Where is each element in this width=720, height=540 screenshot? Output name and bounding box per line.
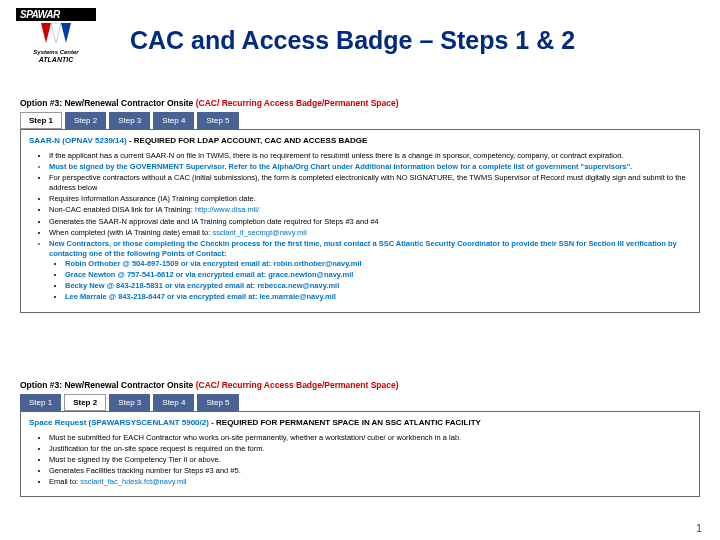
- page-title: CAC and Access Badge – Steps 1 & 2: [130, 26, 575, 55]
- svg-marker-2: [61, 23, 71, 43]
- page-number: 1: [696, 522, 702, 534]
- tab-step5[interactable]: Step 5: [197, 112, 238, 129]
- tab-step2[interactable]: Step 2: [65, 112, 106, 129]
- option-line-1: Option #3: New/Renewal Contractor Onsite…: [20, 98, 700, 108]
- list-item: Must be submitted for EACH Contractor wh…: [49, 433, 691, 443]
- section-step1: Option #3: New/Renewal Contractor Onsite…: [20, 98, 700, 313]
- tab-step4[interactable]: Step 4: [153, 394, 194, 411]
- tabs-2: Step 1 Step 2 Step 3 Step 4 Step 5: [20, 394, 700, 411]
- tab-step3[interactable]: Step 3: [109, 112, 150, 129]
- email-fac-hdesk[interactable]: ssclant_fac_hdesk.fct@navy.mil: [80, 477, 186, 486]
- list-item: Generates the SAAR-N approval date and I…: [49, 217, 691, 227]
- tab-step1[interactable]: Step 1: [20, 394, 61, 411]
- list-item: Non-CAC enabled DISA link for IA Trainin…: [49, 205, 691, 215]
- email-orthober[interactable]: robin.orthober@navy.mil: [273, 259, 361, 268]
- option-line-2: Option #3: New/Renewal Contractor Onsite…: [20, 380, 700, 390]
- list-item: If the applicant has a current SAAR-N on…: [49, 151, 691, 161]
- tab-step4[interactable]: Step 4: [153, 112, 194, 129]
- email-secmgt[interactable]: ssclant_it_secmgt@navy.mil: [212, 228, 306, 237]
- email-new[interactable]: rebecca.new@navy.mil: [257, 281, 339, 290]
- list-item: Justification for the on-site space requ…: [49, 444, 691, 454]
- email-newton[interactable]: grace.newton@navy.mil: [268, 270, 353, 279]
- content-box-2: Space Request (SPAWARSYSCENLANT 5900/2) …: [20, 411, 700, 497]
- list-item: Must be signed by the GOVERNMENT Supervi…: [49, 162, 691, 172]
- tab-step2[interactable]: Step 2: [64, 394, 106, 411]
- logo: SPAWAR Systems Center ATLANTIC: [16, 8, 96, 63]
- logo-text: Systems Center ATLANTIC: [16, 49, 96, 63]
- contact-item: Robin Orthober @ 504-697-1509 or via enc…: [65, 259, 691, 269]
- content-box-1: SAAR-N (OPNAV 5239/14) - REQUIRED FOR LD…: [20, 129, 700, 313]
- disa-link[interactable]: http://www.disa.mil/: [195, 205, 259, 214]
- tab-step5[interactable]: Step 5: [197, 394, 238, 411]
- box2-title: Space Request (SPAWARSYSCENLANT 5900/2) …: [29, 418, 691, 429]
- contact-item: Becky New @ 843-218-5831 or via encrypte…: [65, 281, 691, 291]
- svg-marker-0: [41, 23, 51, 43]
- list-item: When completed (with IA Training date) e…: [49, 228, 691, 238]
- contact-item: Grace Newton @ 757-541-6612 or via encry…: [65, 270, 691, 280]
- list-item: Must be signed by the Competency Tier II…: [49, 455, 691, 465]
- logo-brand: SPAWAR: [16, 8, 96, 21]
- list-item: Generates Facilities tracking number for…: [49, 466, 691, 476]
- tab-step3[interactable]: Step 3: [109, 394, 150, 411]
- email-marrale[interactable]: lee.marrale@navy.mil: [260, 292, 336, 301]
- tabs-1: Step 1 Step 2 Step 3 Step 4 Step 5: [20, 112, 700, 129]
- logo-icon: [41, 23, 71, 47]
- box1-title: SAAR-N (OPNAV 5239/14) - REQUIRED FOR LD…: [29, 136, 691, 147]
- list-item: Email to: ssclant_fac_hdesk.fct@navy.mil: [49, 477, 691, 487]
- contact-item: Lee Marrale @ 843-218-6447 or via encryp…: [65, 292, 691, 302]
- list-item: For perspective contractors without a CA…: [49, 173, 691, 193]
- list-item: New Contractors, or those completing the…: [49, 239, 691, 303]
- list-item: Requires Information Assurance (IA) Trai…: [49, 194, 691, 204]
- svg-marker-1: [51, 23, 61, 43]
- tab-step1[interactable]: Step 1: [20, 112, 62, 129]
- section-step2: Option #3: New/Renewal Contractor Onsite…: [20, 380, 700, 497]
